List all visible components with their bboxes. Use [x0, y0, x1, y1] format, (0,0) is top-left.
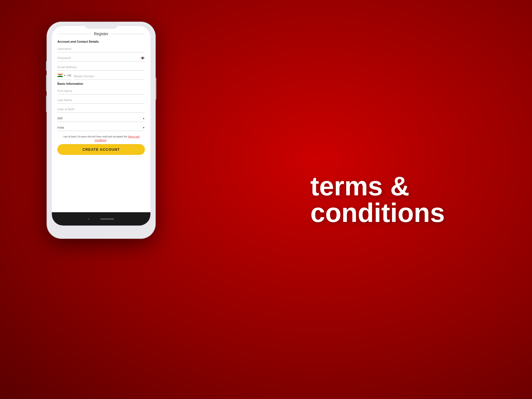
account-section-heading: Account and Contact Details [57, 40, 145, 43]
side-button-vol-down [46, 96, 47, 112]
password-field-wrapper: 👁️ [57, 55, 145, 62]
phone-bottom-bar: ‹ [52, 212, 150, 226]
side-button-mute [46, 61, 47, 71]
create-account-button[interactable]: CREATE ACCOUNT [57, 144, 145, 155]
password-input[interactable] [57, 55, 145, 62]
register-title-row: Register [57, 32, 145, 36]
country-select[interactable]: India USA UK [57, 124, 145, 131]
terms-prefix: I am at least 18 years old and have read… [63, 135, 127, 138]
home-indicator[interactable] [100, 218, 114, 220]
mobile-number-input[interactable] [74, 73, 145, 80]
phone-screen: Register Account and Contact Details 👁️ [52, 26, 150, 226]
currency-select[interactable]: INR USD EUR [57, 115, 145, 122]
username-input[interactable] [57, 45, 145, 52]
lastname-input[interactable] [57, 97, 145, 104]
country-code-label: +91 [67, 74, 71, 77]
tagline-line2: conditions [310, 200, 499, 226]
dob-input[interactable] [57, 106, 145, 113]
register-title: Register [94, 32, 108, 36]
country-code-selector[interactable]: ▼ +91 [57, 73, 71, 80]
tagline-line1: terms & [310, 173, 499, 200]
currency-select-wrapper: INR USD EUR ▼ [57, 115, 145, 122]
tagline-text: terms & conditions [310, 173, 499, 226]
firstname-input[interactable] [57, 88, 145, 94]
phone-body: Register Account and Contact Details 👁️ [47, 22, 155, 238]
side-button-vol-up [46, 75, 47, 91]
terms-suffix: . [107, 139, 108, 142]
phone-notch [85, 22, 118, 29]
basic-section-heading: Basic Information [57, 82, 145, 85]
india-flag [57, 73, 63, 77]
side-button-power [155, 78, 156, 100]
country-select-wrapper: India USA UK ▼ [57, 124, 145, 131]
phone-number-row: ▼ +91 [57, 73, 145, 80]
terms-text-block: I am at least 18 years old and have read… [57, 135, 145, 142]
country-chevron-icon: ▼ [64, 74, 66, 77]
register-line-right [111, 34, 145, 34]
register-line-left [57, 34, 92, 34]
email-input[interactable] [57, 64, 145, 71]
toggle-password-icon[interactable]: 👁️ [140, 56, 145, 60]
phone-mockup: Register Account and Contact Details 👁️ [47, 22, 155, 238]
screen-content: Register Account and Contact Details 👁️ [52, 26, 150, 212]
back-button-icon[interactable]: ‹ [88, 217, 89, 221]
